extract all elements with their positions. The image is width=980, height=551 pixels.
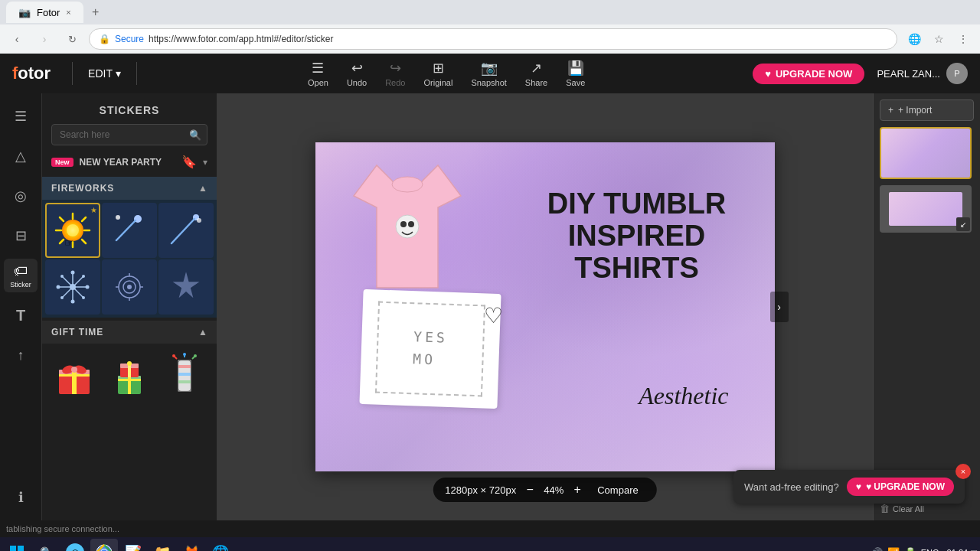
main-content: ☰ △ ◎ ⊟ 🏷 Sticker T ↑ ℹ STICKERS 🔍 New N [0,93,980,520]
eye-icon: ◎ [15,187,27,204]
svg-line-15 [172,219,194,243]
compare-button[interactable]: Compare [591,483,644,497]
zoom-out-button[interactable]: − [522,482,537,497]
status-bar: tablishing secure connection... [0,520,980,537]
fireworks-title: FIREWORKS [51,183,114,194]
translate-button[interactable]: 🌐 [903,28,925,50]
status-text: tablishing secure connection... [6,524,119,533]
canvas-dimensions: 980px × 551px [445,484,516,496]
redo-label: Redo [385,78,405,87]
taskbar-word[interactable]: 📝 [119,539,147,551]
svg-rect-43 [59,374,90,377]
svg-point-30 [82,296,85,299]
menu-button[interactable]: ⋮ [952,28,974,50]
browser-tab[interactable]: 📷 Fotor × [6,2,83,23]
sidebar-item-info[interactable]: ℹ [4,481,38,514]
gift-section-header[interactable]: GIFT TIME ▲ [42,321,217,344]
share-tool[interactable]: ↗ Share [525,60,547,87]
sidebar-item-upload[interactable]: ↑ [4,338,38,372]
sidebar-item-shape[interactable]: △ [4,139,38,173]
bookmark-button[interactable]: ☆ [928,28,949,50]
user-name: PEARL ZAN... [877,68,940,80]
upgrade-banner-button[interactable]: ♥ ♥ UPGRADE NOW [847,478,954,496]
avatar[interactable]: P [946,63,968,84]
thumbnail-inner [889,192,962,225]
sidebar-item-text[interactable]: T [4,298,38,332]
redo-tool[interactable]: ↪ Redo [385,60,405,87]
taskbar-folder[interactable]: 📁 [149,539,176,551]
bookmark-icon[interactable]: 🔖 [181,155,197,169]
original-tool[interactable]: ⊞ Original [423,60,452,87]
info-icon: ℹ [18,489,24,506]
secure-icon: 🔒 [99,34,110,44]
svg-rect-52 [118,379,141,381]
sticker-gift-stack[interactable] [103,350,155,402]
undo-label: Undo [347,78,367,87]
save-tool[interactable]: 💾 Save [566,60,585,87]
address-bar[interactable]: 🔒 Secure https://www.fotor.com/app.html#… [89,28,897,50]
sticker-firework-burst[interactable]: ★ [45,203,100,258]
taskbar-cortana[interactable]: ◎ [61,539,89,551]
open-tool[interactable]: ☰ Open [308,60,328,87]
back-button[interactable]: ‹ [6,28,28,50]
sticker-gift-box[interactable] [48,350,100,402]
svg-point-65 [194,354,197,357]
start-button[interactable] [3,539,31,551]
sticker-firework-star[interactable] [158,259,214,315]
taskbar-app2[interactable]: 🌐 [207,539,234,551]
snapshot-tool[interactable]: 📷 Snapshot [471,60,506,87]
undo-tool[interactable]: ↩ Undo [347,60,367,87]
svg-marker-39 [175,274,198,296]
import-button[interactable]: + + Import [880,99,974,121]
sidebar-item-eye[interactable]: ◎ [4,179,38,213]
browser-tab-bar: 📷 Fotor × + [0,0,980,24]
sidebar-item-menu[interactable]: ☰ [4,99,38,133]
network-icon: 🔊 [871,547,883,552]
sticker-label: Sticker [10,281,31,289]
sticker-firework-sparkle[interactable] [158,203,214,258]
search-input[interactable] [51,124,207,145]
svg-point-9 [67,224,79,236]
taskbar-search[interactable]: 🔍 [32,539,60,551]
app-container: fotor EDIT ▾ ☰ Open ↩ Undo ↪ Redo ⊞ Orig… [0,54,980,520]
svg-line-7 [82,217,86,221]
zoom-in-button[interactable]: + [570,482,585,497]
mini-thumbnail-wrapper: ↙ [880,185,972,233]
upgrade-button[interactable]: ♥ UPGRADE NOW [753,64,864,84]
thumbnail-expand-icon[interactable]: ↙ [956,217,970,231]
chevron-down-icon: ▾ [116,67,121,80]
header-divider-2 [136,62,137,85]
design-canvas[interactable]: YES MO ♡ DIY TUMBLR INSPIRED TSHIRTS [315,142,775,471]
sticker-firework-comet[interactable] [102,203,157,258]
volume-icon: 📶 [887,547,900,552]
taskbar-firefox[interactable]: 🦊 [178,539,205,551]
close-banner-button[interactable]: × [956,464,971,479]
sticker-scroll-area: FIREWORKS ▲ ★ [42,177,217,520]
edit-button[interactable]: EDIT ▾ [88,67,121,80]
svg-line-5 [60,217,64,221]
taskbar-chrome[interactable] [90,539,118,551]
forward-button[interactable]: › [34,28,55,50]
sticker-firework-mandala[interactable] [102,259,157,315]
refresh-button[interactable]: ↻ [61,28,83,50]
svg-point-63 [172,354,175,357]
canvas-next-arrow[interactable]: › [770,292,789,322]
sidebar-item-sticker[interactable]: 🏷 Sticker [4,259,38,292]
original-icon: ⊞ [433,60,444,77]
sticker-celebration[interactable] [158,350,211,402]
fireworks-section-header[interactable]: FIREWORKS ▲ [42,177,217,200]
main-thumbnail[interactable] [880,127,972,179]
svg-point-66 [392,177,423,192]
svg-point-54 [127,361,132,366]
new-tab-button[interactable]: + [87,3,105,21]
show-desktop-icon[interactable]: □ [971,547,977,552]
svg-line-12 [116,220,136,240]
clear-all-button[interactable]: 🗑 Clear All [880,503,974,514]
firework-burst-svg: ☞ [52,210,93,251]
svg-point-68 [400,221,407,227]
sticker-firework-dots[interactable] [45,259,100,315]
svg-rect-51 [128,376,131,394]
left-sidebar: ☰ △ ◎ ⊟ 🏷 Sticker T ↑ ℹ [0,93,42,520]
sidebar-item-layers[interactable]: ⊟ [4,219,38,253]
tab-close-button[interactable]: × [66,8,70,17]
